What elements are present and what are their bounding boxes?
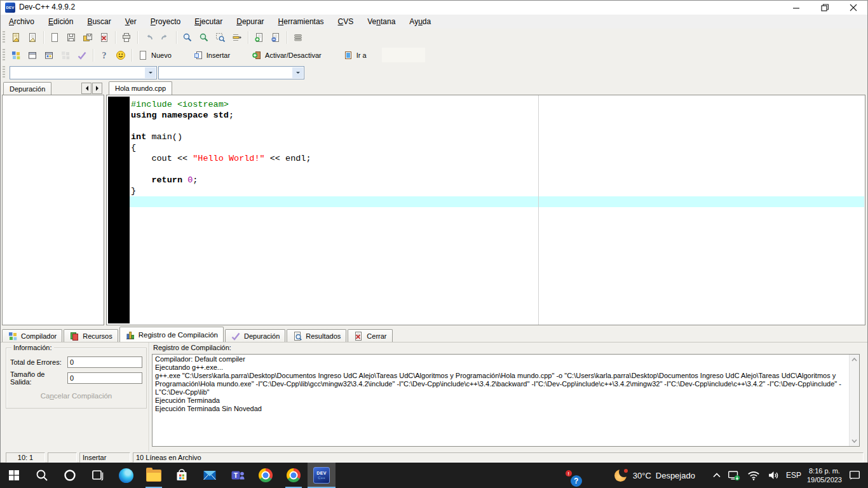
chevron-up-icon[interactable] xyxy=(712,472,721,478)
taskbar-chrome-2[interactable] xyxy=(280,463,308,488)
taskbar-store[interactable] xyxy=(168,463,196,488)
device-icon[interactable] xyxy=(727,468,741,482)
activar-desactivar-label: Activar/Desactivar xyxy=(265,51,322,59)
goto-line-button[interactable] xyxy=(229,30,245,45)
print-button[interactable] xyxy=(119,30,134,45)
remove-from-project-button[interactable] xyxy=(268,30,283,45)
tab-compilador[interactable]: Compilador xyxy=(2,329,62,342)
status-empty-cell xyxy=(48,452,77,463)
log-scrollbar[interactable] xyxy=(849,355,859,446)
menu-ver[interactable]: Ver xyxy=(118,15,144,29)
tab-scroll-left-button[interactable] xyxy=(81,83,92,94)
total-errors-field[interactable]: 0 xyxy=(67,356,142,368)
menu-depurar[interactable]: Depurar xyxy=(229,15,271,29)
scroll-up-button[interactable] xyxy=(850,355,859,365)
taskbar-mail[interactable] xyxy=(196,463,224,488)
menu-buscar[interactable]: Buscar xyxy=(80,15,118,29)
open-project-icon xyxy=(10,32,22,43)
save-button[interactable] xyxy=(64,30,79,45)
weather-widget[interactable]: 30°C Despejado xyxy=(614,468,695,482)
close-file-button[interactable] xyxy=(97,30,112,45)
new-doc-button[interactable]: Nuevo xyxy=(135,48,173,63)
taskbar-search[interactable] xyxy=(28,463,56,488)
restore-button[interactable] xyxy=(810,1,839,15)
scroll-down-button[interactable] xyxy=(850,436,859,446)
menu-archivo[interactable]: Archivo xyxy=(2,15,41,29)
code-content[interactable]: #include <iostream>using namespace std;i… xyxy=(131,99,865,207)
action-center-icon xyxy=(848,468,862,482)
taskbar-edge[interactable] xyxy=(112,463,140,488)
menu-herramientas[interactable]: Herramientas xyxy=(271,15,331,29)
menu-edicion[interactable]: Edición xyxy=(41,15,80,29)
chevron-down-icon[interactable] xyxy=(145,67,156,78)
insert-mode: Insertar xyxy=(79,452,130,463)
toolbar-separator xyxy=(93,49,93,62)
tab-registro-de-compilacion[interactable]: Registro de Compilación xyxy=(119,327,224,342)
taskbar-dev-cpp[interactable]: DEVC++ xyxy=(308,463,336,488)
volume-icon[interactable] xyxy=(766,468,780,482)
close-tab-icon xyxy=(353,331,363,341)
code-line xyxy=(131,121,865,132)
syntax-check-button[interactable] xyxy=(74,48,90,63)
tab-label: Compilador xyxy=(21,332,57,340)
redo-button[interactable] xyxy=(158,30,173,45)
compile-button[interactable] xyxy=(8,48,24,63)
compile-log-panel: Información: Total de Errores: 0 Tamaño … xyxy=(1,342,867,452)
wifi-icon[interactable] xyxy=(747,468,761,482)
new-source-button[interactable] xyxy=(47,30,62,45)
tab-cerrar[interactable]: Cerrar xyxy=(348,329,392,342)
output-size-field[interactable]: 0 xyxy=(67,372,142,384)
tab-resultados[interactable]: Resultados xyxy=(287,329,346,342)
taskbar-chrome[interactable] xyxy=(252,463,280,488)
insert-button[interactable]: Insertar xyxy=(191,48,232,63)
debug-panel[interactable] xyxy=(2,95,104,325)
menu-cvs[interactable]: CVS xyxy=(331,15,361,29)
cancel-compilation-button[interactable]: Cancelar Compilación xyxy=(6,391,146,400)
class-combobox[interactable] xyxy=(158,66,304,79)
close-button[interactable] xyxy=(839,1,867,15)
rebuild-button[interactable] xyxy=(58,48,73,63)
taskbar-start[interactable] xyxy=(0,463,28,488)
taskbar-task-view[interactable] xyxy=(84,463,112,488)
goto-bookmark-icon xyxy=(342,50,354,61)
chevron-down-icon[interactable] xyxy=(292,67,303,78)
mail-icon xyxy=(202,468,217,483)
taskbar-teams[interactable]: T xyxy=(224,463,252,488)
compiler-combobox[interactable] xyxy=(10,66,157,79)
open-project-button[interactable] xyxy=(8,30,24,45)
tab-depuracion[interactable]: Depuración xyxy=(225,329,285,342)
run-button[interactable] xyxy=(25,48,40,63)
clock[interactable]: 8:16 p. m. 19/05/2023 xyxy=(807,466,842,484)
menu-ventana[interactable]: Ventana xyxy=(360,15,402,29)
tab-recursos[interactable]: Recursos xyxy=(64,329,118,342)
goto-bookmark-button[interactable]: Ir a xyxy=(341,48,369,63)
save-all-button[interactable] xyxy=(80,30,95,45)
menu-ejecutar[interactable]: Ejecutar xyxy=(187,15,229,29)
find-in-files-button[interactable] xyxy=(196,30,212,45)
editor-tab[interactable]: Hola mundo.cpp xyxy=(109,81,172,95)
left-tab-depuracion[interactable]: Depuración xyxy=(3,82,51,95)
tab-scroll-right-button[interactable] xyxy=(92,83,102,94)
minimize-button[interactable] xyxy=(782,1,810,15)
debug-icon xyxy=(231,331,241,341)
undo-button[interactable] xyxy=(141,30,156,45)
taskbar-cortana[interactable] xyxy=(56,463,84,488)
language-indicator[interactable]: ESP xyxy=(786,471,801,480)
close-icon xyxy=(850,4,857,11)
replace-button[interactable] xyxy=(213,30,228,45)
toggle-bookmark-button[interactable]: Activar/Desactivar xyxy=(249,48,323,63)
open-file-button[interactable] xyxy=(25,30,40,45)
help-button[interactable]: ? xyxy=(97,48,112,63)
compile-run-button[interactable] xyxy=(41,48,57,63)
find-button[interactable] xyxy=(180,30,195,45)
add-to-project-button[interactable] xyxy=(252,30,267,45)
code-editor[interactable]: #include <iostream>using namespace std;i… xyxy=(106,95,865,325)
tab-label: Cerrar xyxy=(367,332,386,340)
taskbar-file-explorer[interactable] xyxy=(140,463,168,488)
action-center-button[interactable] xyxy=(848,468,862,482)
menu-proyecto[interactable]: Proyecto xyxy=(144,15,187,29)
menu-ayuda[interactable]: Ayuda xyxy=(402,15,438,29)
project-properties-button[interactable] xyxy=(290,30,306,45)
about-button[interactable] xyxy=(113,48,128,63)
triangle-right-icon xyxy=(96,86,101,91)
